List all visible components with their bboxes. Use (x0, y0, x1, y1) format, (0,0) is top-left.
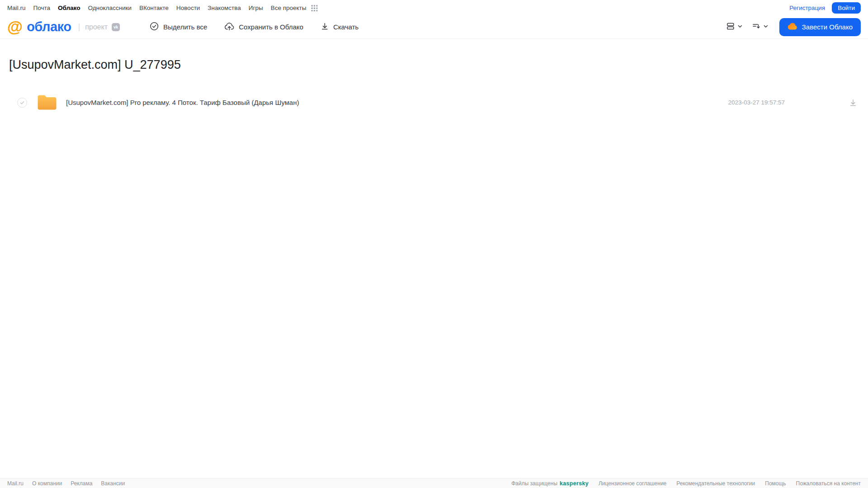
logo-product-name: облако (27, 19, 71, 34)
kaspersky-logo[interactable]: kaspersky (560, 480, 588, 487)
file-row[interactable]: [UsupovMarket.com] Pro рекламу. 4 Поток.… (0, 90, 868, 115)
protected-label: Файлы защищены (511, 480, 557, 487)
portal-topnav: Mail.ru Почта Облако Одноклассники ВКонт… (0, 0, 868, 15)
topnav-item-vse-proekty[interactable]: Все проекты (270, 5, 306, 11)
view-list-icon (726, 22, 735, 32)
cloud-logo[interactable]: @ облако | проект vk (7, 19, 120, 35)
cloud-upload-icon (224, 22, 234, 32)
view-mode-dropdown[interactable] (726, 22, 743, 32)
vk-badge-icon: vk (112, 23, 120, 31)
file-modified-date: 2023-03-27 19:57:57 (728, 99, 785, 106)
footer-link-vakansii[interactable]: Вакансии (101, 480, 125, 487)
chevron-down-icon (737, 24, 743, 30)
sort-icon (752, 22, 761, 32)
topnav-item-novosti[interactable]: Новости (176, 5, 200, 11)
sort-dropdown[interactable] (752, 22, 768, 32)
page-footer: Mail.ru О компании Реклама Вакансии Файл… (0, 478, 868, 488)
file-toolbar: Выделить все Сохранить в Облако Скачать (150, 22, 359, 32)
logo-divider: | (78, 22, 80, 32)
footer-right-links: Файлы защищены kaspersky Лицензионное со… (511, 480, 861, 487)
apps-grid-icon[interactable] (311, 5, 318, 11)
chevron-down-icon (763, 24, 768, 30)
row-download-button[interactable] (849, 99, 857, 107)
get-cloud-label: Завести Облако (802, 23, 853, 31)
download-button[interactable]: Скачать (321, 22, 359, 32)
select-all-label: Выделить все (163, 23, 207, 31)
save-to-cloud-label: Сохранить в Облако (239, 23, 304, 31)
save-to-cloud-button[interactable]: Сохранить в Облако (224, 22, 304, 32)
get-cloud-button[interactable]: Завести Облако (779, 18, 861, 36)
download-label: Скачать (333, 23, 359, 31)
page-title: [UsupovMarket.com] U_277995 (9, 58, 868, 72)
logo-project-label: проект (85, 23, 108, 31)
cloud-icon (787, 23, 797, 31)
footer-link-help[interactable]: Помощь (765, 480, 786, 487)
footer-link-license[interactable]: Лицензионное соглашение (598, 480, 666, 487)
footer-link-reklama[interactable]: Реклама (71, 480, 92, 487)
topnav-item-znakomstva[interactable]: Знакомства (208, 5, 241, 11)
topnav-item-igry[interactable]: Игры (249, 5, 263, 11)
topnav-item-vkontakte[interactable]: ВКонтакте (139, 5, 169, 11)
footer-link-report-content[interactable]: Пожаловаться на контент (796, 480, 861, 487)
topnav-item-mailru[interactable]: Mail.ru (7, 5, 26, 11)
header-right-controls: Завести Облако (726, 18, 861, 36)
topnav-item-odnoklassniki[interactable]: Одноклассники (88, 5, 131, 11)
shared-folder-page: [UsupovMarket.com] U_277995 [UsupovMarke… (0, 58, 868, 115)
registration-link[interactable]: Регистрация (789, 5, 825, 11)
select-all-button[interactable]: Выделить все (150, 22, 207, 32)
row-checkbox[interactable] (17, 98, 27, 108)
topnav-item-pochta[interactable]: Почта (33, 5, 51, 11)
footer-link-o-kompanii[interactable]: О компании (32, 480, 62, 487)
footer-link-recommend-tech[interactable]: Рекомендательные технологии (677, 480, 755, 487)
portal-links: Mail.ru Почта Облако Одноклассники ВКонт… (7, 5, 306, 11)
topnav-auth: Регистрация Войти (789, 2, 861, 14)
check-circle-icon (150, 22, 159, 32)
folder-icon[interactable] (37, 95, 57, 110)
login-button[interactable]: Войти (832, 2, 861, 14)
download-icon (321, 22, 329, 32)
footer-left-links: Mail.ru О компании Реклама Вакансии (7, 480, 125, 487)
mailru-at-icon: @ (7, 19, 23, 34)
kaspersky-protected: Файлы защищены kaspersky (511, 480, 588, 487)
folder-name-link[interactable]: [UsupovMarket.com] Pro рекламу. 4 Поток.… (66, 99, 728, 106)
footer-link-mailru[interactable]: Mail.ru (7, 480, 24, 487)
topnav-item-oblako[interactable]: Облако (58, 5, 80, 11)
cloud-header: @ облако | проект vk Выделить все (0, 15, 868, 39)
